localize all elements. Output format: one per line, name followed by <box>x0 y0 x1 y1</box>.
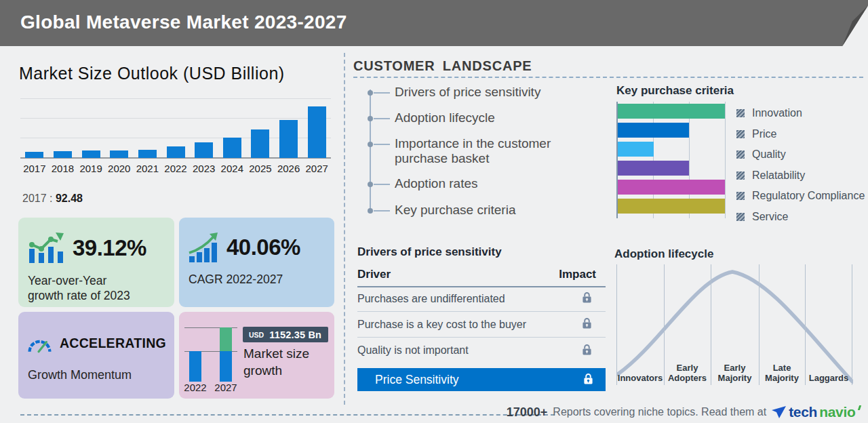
yoy-growth-value: 39.12% <box>73 235 146 261</box>
driver-label: Purchase is a key cost to the buyer <box>357 319 526 331</box>
list-connector <box>374 92 390 94</box>
legend-item: Relatability <box>736 165 865 186</box>
lock-icon <box>582 291 592 304</box>
market-size-growth-card: 2022 2027 USD 1152.35 Bn Market size gro… <box>179 312 334 399</box>
driver-label: Quality is not important <box>357 344 469 357</box>
legend-item: Price <box>736 124 865 145</box>
table-header: Driver Impact <box>357 268 606 287</box>
price-sensitivity-table-title: Drivers of price sensitivity <box>357 245 502 259</box>
market-size-bar-2022 <box>167 146 185 158</box>
growth-arrow-icon <box>188 231 219 264</box>
market-size-bar-slot <box>161 146 190 158</box>
legend-label: Innovation <box>752 107 802 119</box>
list-bullet-dot <box>368 208 373 214</box>
customer-landscape-item: Importance in the customer purchase bask… <box>395 136 585 166</box>
technavio-logo[interactable]: technavio <box>772 404 860 420</box>
kpc-bar-service <box>618 199 725 214</box>
market-size-bar-2025 <box>251 129 269 158</box>
legend-hatch-marker <box>736 192 745 200</box>
momentum-caption: Growth Momentum <box>18 357 174 383</box>
adoption-lifecycle-chart: InnovatorsEarlyAdoptersEarlyMajorityLate… <box>616 264 853 385</box>
lifecycle-stage-label: LateMajority <box>759 363 805 384</box>
market-size-bar-chart <box>20 98 331 158</box>
list-bullet-dot <box>368 182 373 187</box>
key-purchase-criteria-legend: InnovationPriceQualityRelatabilityRegula… <box>736 103 865 227</box>
growth-value-badge: USD 1152.35 Bn <box>243 327 328 342</box>
legend-label: Regulatory Compliance <box>752 190 865 202</box>
brand-tech: tech <box>789 404 817 420</box>
x-axis-label: 2019 <box>77 163 105 174</box>
lifecycle-gridline <box>616 264 617 385</box>
kpc-bar-regulatory-compliance <box>618 180 725 195</box>
trademark-tick <box>857 405 861 410</box>
footer: 17000+ Reports covering niche topics. Re… <box>507 403 860 422</box>
x-axis-label: 2017 <box>20 163 49 174</box>
market-size-bar-slot <box>134 150 162 158</box>
lifecycle-gridline <box>852 264 852 385</box>
adoption-lifecycle-title: Adoption lifecycle <box>614 247 713 261</box>
column-impact: Impact <box>559 268 596 281</box>
x-axis-label: 2024 <box>218 163 246 174</box>
driver-row: Purchases are undifferentiated <box>357 286 606 312</box>
footer-text: Reports covering niche topics. Read them… <box>553 406 766 418</box>
market-size-bar-2023 <box>195 142 213 158</box>
driver-row: Quality is not important <box>357 338 606 363</box>
key-purchase-criteria-chart <box>616 102 726 218</box>
legend-item: Quality <box>736 144 865 165</box>
market-size-bar-2019 <box>82 150 100 158</box>
cagr-caption: CAGR 2022-2027 <box>179 264 334 287</box>
market-size-x-axis-labels: 2017201820192020202120222023202420252026… <box>20 163 331 174</box>
list-connector <box>374 144 390 145</box>
x-axis-label: 2027 <box>302 163 331 174</box>
legend-label: Service <box>752 211 788 223</box>
market-size-bar-2027 <box>308 106 326 158</box>
market-size-bar-slot <box>105 150 134 158</box>
growth-year-end: 2027 <box>213 382 239 393</box>
lifecycle-stage-label: EarlyMajority <box>711 363 759 384</box>
market-size-bar-slot <box>246 129 275 158</box>
kpc-bar-relatability <box>618 161 689 176</box>
legend-hatch-marker <box>736 213 745 221</box>
x-axis-label: 2020 <box>105 163 134 174</box>
market-size-bar-slot <box>218 138 246 158</box>
report-count: 17000+ <box>507 405 548 420</box>
driver-row: Purchase is a key cost to the buyer <box>357 312 606 338</box>
list-spine <box>370 89 371 213</box>
x-axis-label: 2022 <box>161 163 190 174</box>
growth-year-start: 2022 <box>182 382 208 393</box>
legend-item: Service <box>736 207 865 228</box>
legend-hatch-marker <box>736 109 745 117</box>
lifecycle-gridline <box>805 264 806 385</box>
base-year-note: 2017 : 92.48 <box>22 193 83 205</box>
kpc-bar-innovation <box>618 104 725 119</box>
growth-bar-2027 <box>220 351 232 382</box>
legend-label: Relatability <box>752 169 805 182</box>
cagr-card: 40.06% CAGR 2022-2027 <box>179 218 334 307</box>
brand-navio: navio <box>819 404 855 420</box>
market-size-bar-slot <box>20 152 49 158</box>
market-size-chart-title: Market Size Outlook (USD Billion) <box>19 64 285 83</box>
header-bar: Global Metaverse Market 2023-2027 <box>0 0 868 46</box>
impact-lock <box>582 343 592 359</box>
page-title: Global Metaverse Market 2023-2027 <box>20 0 347 45</box>
cagr-value: 40.06% <box>226 235 300 260</box>
footer-dashed-line <box>20 414 555 416</box>
market-size-bar-slot <box>302 106 331 158</box>
market-size-bar-2021 <box>138 150 157 158</box>
market-size-bar-2018 <box>54 151 72 158</box>
x-axis-label: 2026 <box>275 163 303 174</box>
market-size-bar-2017 <box>25 152 43 158</box>
list-connector <box>374 210 390 212</box>
lifecycle-stage-label: EarlyAdopters <box>664 363 711 384</box>
yoy-growth-card: 39.12% Year-over-Year growth rate of 202… <box>18 218 174 307</box>
market-size-bar-2024 <box>223 138 241 158</box>
yoy-growth-caption: Year-over-Year growth rate of 2023 <box>18 265 174 304</box>
legend-label: Price <box>752 128 776 140</box>
lock-icon <box>582 317 592 329</box>
market-size-bar-slot <box>275 120 303 158</box>
market-size-bar-slot <box>190 142 218 158</box>
x-axis-label: 2018 <box>49 163 77 174</box>
customer-landscape-item: Adoption lifecycle <box>395 110 585 125</box>
impact-lock <box>582 317 592 332</box>
kpc-bar-price <box>618 123 689 138</box>
